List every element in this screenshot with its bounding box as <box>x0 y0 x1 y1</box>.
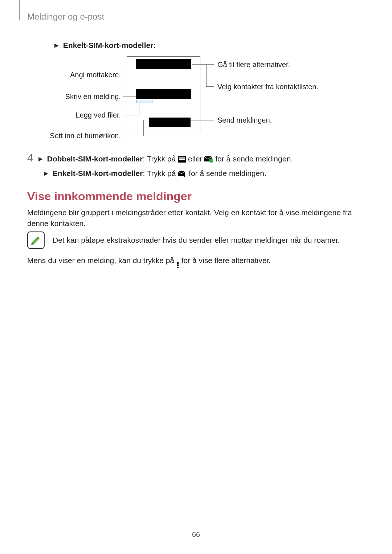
step4-block: 4 ▶ Dobbelt-SIM-kort-modeller: Trykk på … <box>27 152 367 179</box>
breadcrumb: Meldinger og e-post <box>27 12 104 22</box>
compose-diagram: Angi mottakere. Skriv en melding. Legg v… <box>47 56 327 147</box>
triangle-bullet-icon: ▶ <box>44 169 48 178</box>
dual-sim-label: Dobbelt-SIM-kort-modeller <box>47 155 143 163</box>
dual-sim-pre: : Trykk på <box>143 155 178 163</box>
dual-sim-post: for å sende meldingen. <box>215 155 293 163</box>
callout-recipients: Angi mottakere. <box>42 71 121 79</box>
envelope-sim2-icon <box>204 156 213 163</box>
para2-pre: Mens du viser en melding, kan du trykke … <box>27 256 176 264</box>
attachment-strip <box>136 100 152 103</box>
more-options-icon <box>177 262 179 268</box>
callout-line <box>123 115 139 115</box>
callout-line <box>123 97 136 97</box>
note-icon <box>27 231 45 249</box>
callout-line <box>206 86 214 87</box>
redacted-block-bottom <box>149 118 191 127</box>
section-heading: Vise innkommende meldinger <box>27 190 192 203</box>
callout-line <box>123 75 136 75</box>
triangle-bullet-icon: ▶ <box>54 41 59 49</box>
callout-line <box>139 103 139 115</box>
envelope-send-icon <box>178 171 187 177</box>
page-number: 66 <box>0 530 392 539</box>
dual-sim-mid: eller <box>188 155 205 163</box>
para2-post: for å vise flere alternativer. <box>181 256 271 264</box>
callout-line <box>123 136 143 136</box>
redacted-block-top <box>136 59 191 69</box>
para-options: Mens du viser en melding, kan du trykke … <box>27 255 367 268</box>
note-text: Det kan påløpe ekstrakostnader hvis du s… <box>53 236 340 245</box>
page-corner-rule <box>19 0 20 20</box>
sim-send-icon <box>178 156 186 163</box>
redacted-block-middle <box>136 89 191 99</box>
single-sim-pre: : Trykk på <box>143 169 178 177</box>
step3-title-suffix: : <box>153 41 155 49</box>
callout-line <box>192 64 214 65</box>
callout-line <box>191 120 214 120</box>
triangle-bullet-icon: ▶ <box>38 155 43 163</box>
callout-line <box>206 64 207 87</box>
callout-contacts: Velg kontakter fra kontaktlisten. <box>217 83 318 91</box>
single-sim-label: Enkelt-SIM-kort-modeller <box>53 169 143 177</box>
single-sim-post: for å sende meldingen. <box>189 169 266 177</box>
svg-rect-4 <box>209 159 213 163</box>
section-paragraph: Meldingene blir gruppert i meldingstråde… <box>27 207 367 229</box>
callout-line <box>143 120 144 136</box>
svg-rect-1 <box>179 157 185 159</box>
step-number-4: 4 <box>27 152 33 164</box>
callout-send: Send meldingen. <box>217 116 272 124</box>
callout-write: Skriv en melding. <box>42 93 121 101</box>
step3-title-bold: Enkelt-SIM-kort-modeller <box>63 41 154 49</box>
note-row: Det kan påløpe ekstrakostnader hvis du s… <box>27 231 367 249</box>
step3-line: ▶ Enkelt-SIM-kort-modeller: <box>54 40 155 51</box>
svg-rect-2 <box>179 159 185 160</box>
callout-attach: Legg ved filer. <box>42 111 121 119</box>
callout-more-options: Gå til flere alternativer. <box>217 61 290 69</box>
callout-emoji: Sett inn et humørikon. <box>42 132 121 140</box>
